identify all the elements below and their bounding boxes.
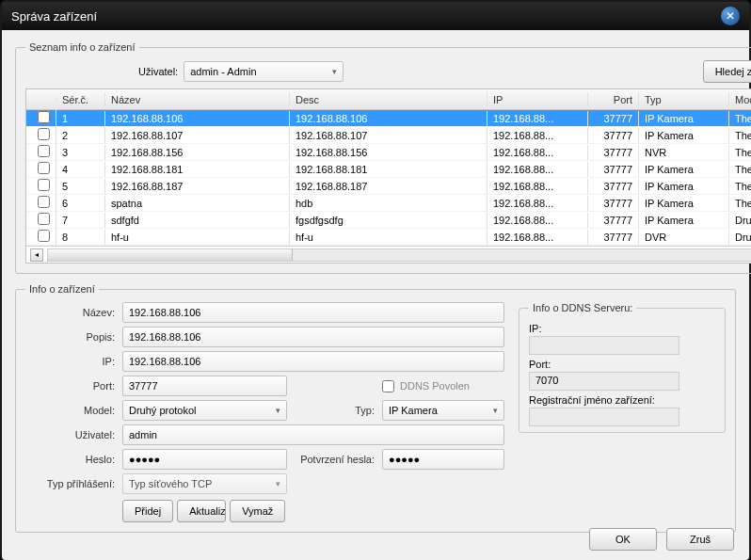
table-row[interactable]: 2192.168.88.107192.168.88.107192.168.88.… [26,127,751,144]
ddns-port-value: 7070 [529,372,679,391]
close-icon[interactable]: ✕ [721,7,740,25]
grid-hscroll[interactable]: ◂ ▸ [26,246,751,263]
ddns-ip-label: IP: [529,323,715,334]
col-port[interactable]: Port [588,92,639,107]
login-type-select[interactable]: Typ síťového TCP [122,473,287,494]
scroll-thumb[interactable] [48,249,293,261]
device-info-legend: Info o zařízení [25,283,99,295]
row-checkbox[interactable] [38,111,50,123]
row-checkbox[interactable] [38,162,50,174]
col-model[interactable]: Model [729,92,751,107]
ddns-group: Info o DDNS Serveru: IP: Port: 7070 Regi… [519,302,726,433]
device-grid[interactable]: Sér.č. Název Desc IP Port Typ Model 1192… [25,88,751,264]
row-checkbox[interactable] [38,128,50,140]
desc-field[interactable] [122,327,504,347]
col-serial[interactable]: Sér.č. [56,92,105,107]
titlebar[interactable]: Správa zařízení ✕ [2,2,749,30]
grid-header: Sér.č. Název Desc IP Port Typ Model [26,89,751,110]
row-checkbox[interactable] [38,213,50,225]
scroll-left-icon[interactable]: ◂ [30,248,43,262]
ddns-legend: Info o DDNS Serveru: [529,302,636,313]
user-label: Uživatel: [138,66,178,77]
ip-field[interactable] [122,351,504,372]
col-name[interactable]: Název [105,92,290,107]
ddns-checkbox[interactable] [382,380,394,392]
confirm-field[interactable] [382,449,504,470]
ddns-ip-value [529,336,679,355]
row-checkbox[interactable] [38,179,50,191]
userf-label: Uživatel: [25,429,115,440]
ddns-port-label: Port: [529,359,715,370]
pass-field[interactable] [122,449,287,470]
name-field[interactable] [122,302,504,323]
window-title: Správa zařízení [11,9,97,24]
ddns-check-label: DDNS Povolen [400,380,470,392]
update-button[interactable]: Aktualizuj [177,500,226,522]
model-select[interactable]: Druhý protokol [122,400,287,421]
ddns-reg-label: Registrační jméno zařízení: [529,394,715,406]
login-type-label: Typ příhlášení: [25,478,115,489]
row-checkbox[interactable] [38,196,50,208]
table-row[interactable]: 5192.168.88.187192.168.88.187192.168.88.… [26,178,751,195]
row-checkbox[interactable] [38,230,50,242]
table-row[interactable]: 4192.168.88.181192.168.88.181192.168.88.… [26,161,751,178]
user-combo[interactable]: admin - Admin [184,61,344,82]
device-info-group: Info o zařízení Název: Popis: IP: Port: … [15,283,736,533]
table-row[interactable]: 8hf-uhf-u192.168.88...37777DVRDruhý pr [26,229,751,246]
cancel-button[interactable]: Zruš [666,528,734,551]
port-label: Port: [25,380,115,392]
col-desc[interactable]: Desc [290,92,487,107]
confirm-label: Potvrzení hesla: [295,454,375,465]
device-list-legend: Seznam info o zařízení [25,41,139,53]
user-field[interactable] [122,424,504,445]
pass-label: Heslo: [25,454,115,465]
col-type[interactable]: Typ [639,92,729,107]
add-button[interactable]: Přidej [122,500,173,522]
table-row[interactable]: 7sdfgfdfgsdfgsdfg192.168.88...37777IP Ka… [26,212,751,229]
ddns-reg-value [529,408,679,426]
table-row[interactable]: 6spatnahdb192.168.88...37777IP KameraThe… [26,195,751,212]
name-label: Název: [25,307,115,318]
table-row[interactable]: 1192.168.88.106192.168.88.106192.168.88.… [26,110,751,127]
table-row[interactable]: 3192.168.88.156192.168.88.156192.168.88.… [26,144,751,161]
search-devices-button[interactable]: Hledej zařízení [703,60,751,83]
row-checkbox[interactable] [38,145,50,157]
type-select[interactable]: IP Kamera [382,400,504,421]
type-label: Typ: [295,405,375,416]
delete-button[interactable]: Vymaž [230,500,285,522]
port-field[interactable] [122,376,287,396]
ip-label: IP: [25,356,115,367]
desc-label: Popis: [25,331,115,343]
model-label: Model: [25,405,115,416]
col-ip[interactable]: IP [487,92,588,107]
device-list-group: Seznam info o zařízení Uživatel: admin -… [15,41,751,274]
ok-button[interactable]: OK [589,528,657,551]
